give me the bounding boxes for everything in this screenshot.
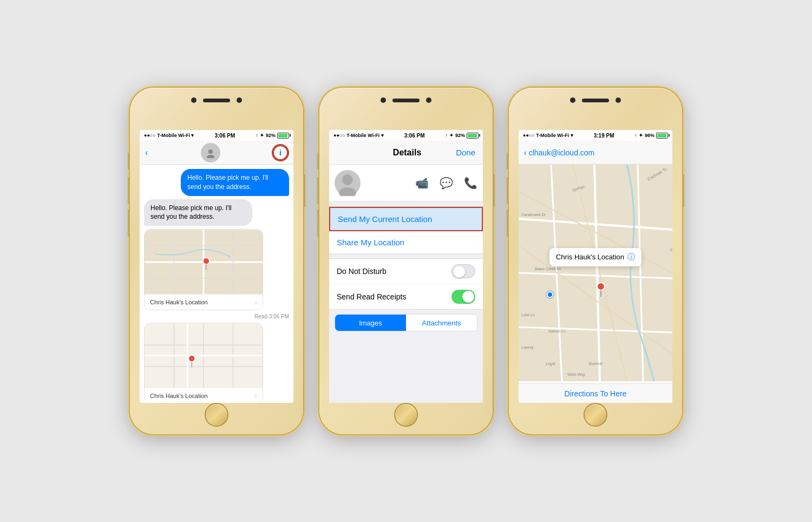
read-receipts-toggle[interactable] — [451, 290, 475, 304]
sensor-3 — [615, 97, 621, 103]
status-left-3: ●●○○ T-Mobile Wi-Fi ▾ — [523, 133, 573, 138]
svg-text:Wells Way: Wells Way — [567, 373, 585, 377]
read-receipts-label: Send Read Receipts — [337, 292, 406, 301]
status-right-3: ↑ ✦ 96% — [634, 133, 668, 139]
message-button[interactable]: 💬 — [440, 177, 453, 190]
mute-button-3 — [507, 153, 509, 169]
call-button[interactable]: 📞 — [464, 177, 477, 190]
phones-container: ●●○○ T-Mobile Wi-Fi ▾ 3:06 PM ↑ ✦ 92% ‹ — [108, 66, 704, 456]
location-map-2 — [145, 323, 263, 388]
done-button[interactable]: Done — [456, 148, 475, 157]
speaker-3 — [582, 99, 609, 102]
speaker-2 — [392, 99, 420, 102]
home-button-3[interactable] — [584, 403, 607, 427]
do-not-disturb-label: Do Not Disturb — [337, 267, 387, 276]
send-location-button[interactable]: Send My Current Location — [329, 207, 483, 231]
svg-text:Letie Ln: Letie Ln — [521, 313, 535, 317]
msg-time-1: Read 3:06 PM — [254, 314, 289, 319]
images-tab[interactable]: Images — [335, 315, 406, 331]
messages-body[interactable]: Hello. Please pick me up. I'll send you … — [140, 165, 293, 403]
svg-text:Lowrey: Lowrey — [521, 345, 534, 350]
battery-pct-3: 96% — [645, 133, 654, 138]
battery-3 — [656, 133, 668, 139]
location-label-2: Chris Hauk's Location — [150, 393, 208, 399]
share-location-label: Share My Location — [337, 238, 404, 247]
battery-2 — [467, 133, 479, 139]
power-button — [303, 174, 305, 207]
svg-text:Buckner: Buckner — [589, 362, 603, 366]
arrow-right-2: › — [254, 392, 257, 400]
send-location-label: Send My Current Location — [338, 214, 432, 224]
front-camera-3 — [570, 97, 575, 103]
home-button-1[interactable] — [205, 403, 228, 427]
msg-out-1: Hello. Please pick me up. I'll send you … — [181, 169, 289, 196]
power-button-2 — [493, 174, 495, 207]
mute-button — [128, 153, 130, 169]
callout-title: Chris Hauk's Location — [556, 253, 624, 261]
phone-3-screen: ●●○○ T-Mobile Wi-Fi ▾ 3:19 PM ↑ ✦ 96% ‹ … — [519, 130, 672, 403]
battery-fill-3 — [657, 134, 666, 138]
svg-text:Grassy Branch: Grassy Branch — [670, 248, 672, 252]
contact-avatar[interactable] — [201, 143, 220, 162]
svg-point-0 — [208, 149, 213, 154]
svg-point-47 — [547, 292, 553, 297]
phone-1: ●●○○ T-Mobile Wi-Fi ▾ 3:06 PM ↑ ✦ 92% ‹ — [130, 88, 303, 434]
svg-point-44 — [597, 283, 605, 290]
attachments-tab[interactable]: Attachments — [406, 315, 477, 331]
mute-button-2 — [317, 153, 319, 169]
do-not-disturb-toggle[interactable] — [451, 264, 475, 278]
location-map-1 — [145, 230, 263, 295]
messages-nav: ‹ i — [140, 141, 293, 165]
phone-2-screen: ●●○○ T-Mobile Wi-Fi ▾ 3:06 PM ↑ ✦ 92% De… — [329, 130, 483, 403]
svg-text:Legal: Legal — [546, 362, 555, 366]
location-label-1: Chris Hauk's Location — [150, 299, 208, 305]
phone-2-top — [381, 97, 431, 103]
location-options: Send My Current Location Share My Locati… — [329, 206, 483, 254]
share-location-button[interactable]: Share My Location — [329, 231, 483, 253]
bluetooth-icon-2: ✦ — [449, 133, 454, 138]
toggle-thumb-1 — [453, 266, 465, 278]
svg-point-22 — [339, 187, 356, 196]
sensor — [237, 97, 242, 103]
carrier-text-3: ●●○○ T-Mobile Wi-Fi ▾ — [523, 133, 573, 138]
toggle-thumb-2 — [462, 291, 474, 303]
battery-pct-2: 92% — [455, 133, 465, 138]
status-left-1: ●●○○ T-Mobile Wi-Fi ▾ — [144, 133, 194, 138]
directions-button[interactable]: Directions To Here — [565, 389, 627, 398]
do-not-disturb-row: Do Not Disturb — [329, 259, 483, 284]
contact-actions: 📹 💬 📞 — [415, 177, 477, 190]
callout-info-icon[interactable]: ⓘ — [627, 252, 635, 262]
phone-3-top — [570, 97, 621, 103]
map-body[interactable]: Cochran Tr. Grassy Branch Candlewick Dr … — [519, 165, 672, 383]
phone-1-top — [191, 97, 242, 103]
segmented-control: Images Attachments — [335, 314, 477, 331]
back-button-1[interactable]: ‹ — [145, 148, 148, 158]
info-icon: i — [279, 148, 281, 157]
front-camera-2 — [381, 97, 386, 103]
back-label-3[interactable]: clhauk@icloud.com — [529, 148, 595, 157]
video-call-button[interactable]: 📹 — [415, 177, 429, 190]
front-camera — [191, 97, 197, 103]
contact-avatar-large — [335, 170, 361, 196]
details-contact-row: 📹 💬 📞 — [329, 165, 483, 202]
location-callout[interactable]: Chris Hauk's Location ⓘ — [549, 248, 641, 266]
back-icon-3[interactable]: ‹ — [524, 148, 527, 157]
location-icon: ↑ — [256, 133, 258, 138]
svg-point-21 — [342, 174, 353, 185]
attachments-tab-label: Attachments — [422, 319, 461, 327]
home-button-2[interactable] — [394, 403, 418, 427]
carrier-text: ●●○○ T-Mobile Wi-Fi — [144, 133, 190, 138]
map-nav: ‹ clhauk@icloud.com — [519, 141, 672, 165]
battery-fill-2 — [468, 134, 477, 138]
arrow-right-1: › — [254, 298, 257, 306]
location-card-1[interactable]: Chris Hauk's Location › — [144, 229, 263, 310]
carrier-text-2: ●●○○ T-Mobile Wi-Fi ▾ — [333, 133, 384, 138]
location-icon-2: ↑ — [445, 133, 448, 138]
info-button[interactable]: i — [273, 145, 288, 160]
status-right-1: ↑ ✦ 92% — [256, 133, 289, 139]
volume-down-button — [128, 210, 130, 237]
status-right-2: ↑ ✦ 92% — [445, 133, 479, 139]
phone-3: ●●○○ T-Mobile Wi-Fi ▾ 3:19 PM ↑ ✦ 96% ‹ … — [509, 88, 682, 434]
location-card-footer-2: Chris Hauk's Location › — [145, 388, 263, 403]
location-card-2[interactable]: Chris Hauk's Location › — [144, 323, 263, 403]
